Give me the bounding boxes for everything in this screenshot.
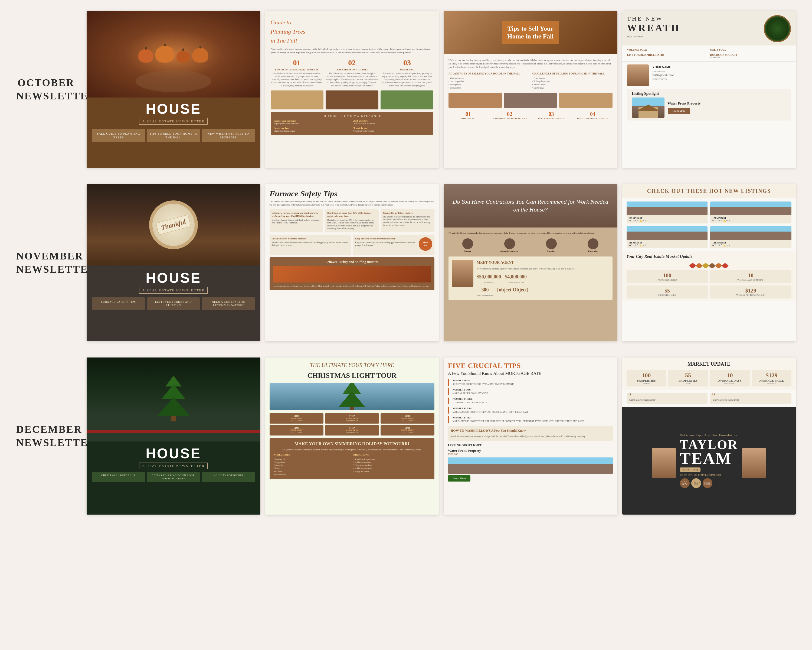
meet-agent-text: MEET YOUR AGENT We're something outstand… [477,260,609,297]
listings-grid: 123 MAIN ST 🛏 3 🚿 2 📐 sq ft [622,198,796,251]
oct-step-2: 02 Less Stress on the Tree The fall can … [326,58,378,87]
review-1: " WRITE A NICE REVIEW HERE [627,393,708,404]
listing-img-4 [710,226,791,240]
simmering-desc: For your slow cooker on the stove and th… [273,448,432,451]
oct-sell-steps: 01 Move quickly 02 Photograph the proper… [449,111,612,119]
market-stat-3: 55 PROPERTIES SOLD [627,286,708,298]
turkey-recipe: Leftover Turkey and Stuffing Burritos He… [270,257,435,290]
nov-link-1[interactable]: FURNACE SAFETY TIPS [92,297,145,310]
furnace-tip-2: Don't close off more than 30% of the fur… [325,210,379,232]
furnace-tip-5: safety first Keep the area around your f… [353,235,434,255]
tour-stop-1: STOP NAME HERE 1234 MAIN ST [270,413,324,424]
dec-cover-image [87,358,260,442]
mortgage-tip-3: NUMBER THREE: TO LOWER YOUR INTEREST RAT… [448,398,613,404]
red-ribbon [87,430,260,433]
maintenance-grid: Examine your foundation Inspect your hom… [274,120,430,133]
nov-cover-links: FURNACE SAFETY TIPS LEFTOVER TURKEY AND … [92,297,255,310]
listing-3: 123 MAIN ST 🛏 3 🚿 2 📐 sq ft [627,226,708,248]
dec-house-title: HOUSE [92,445,255,462]
tour-stop-2: STOP NAME HERE 1234 MAIN ST [325,413,379,424]
dec-link-3[interactable]: HOLIDAY POTPOURRI [202,472,255,482]
pumpkin-4 [192,48,208,63]
dec-link-1[interactable]: CHRISTMAS LIGHT TOUR [92,472,145,482]
oct-cover: HOUSE A REAL ESTATE NEWSLETTER FALL GUID… [87,11,260,168]
dec-market-card: MARKET UPDATE 100 PROPERTIES LISTED 55 P… [622,358,796,515]
taylor-contact-info: 555-555-5555 | YOUREMAIL@EMAIL.COM [680,473,738,477]
market-stats-grid: 100 PROPERTIES LISTED 10 AVERAGE DAYS ON… [627,270,792,298]
taylor-badge-2: $1 MILLION SOLD [691,478,701,488]
sell-thumb-3 [559,93,612,108]
property-image [632,98,664,118]
wreath-stats: VOLUME SOLD UNITS SOLD LIST TO SOLD PRIC… [622,46,796,62]
oct-link-3[interactable]: NEW WREATH STYLES TO RECREATE [201,129,255,142]
furnace-tip-3: Change the air filter regularly. The air… [381,210,434,232]
sell-thumb-1 [449,93,502,108]
market-update-section: Your City Real Estate Market Update 100 [622,251,796,301]
agent-stat-volume: $50,000,000 volume sold [477,273,501,284]
main-container: OCTOBER NEWSLETTER HO [0,0,812,525]
contractor-body: We get asked this a lot. As real estate … [444,228,617,304]
taylor-name-line1: TAYLOR [680,438,738,451]
agent-stats-row-2: 300 happy families helped [object Object… [477,286,609,297]
spotlight-property: Water Front Property Learn More [632,98,786,118]
mortgage-tip-5: NUMBER FIVE: MAKE LENDERS COMPETE FOR TH… [448,416,613,423]
oct-house-title: HOUSE [92,101,255,117]
taylor-team-tagline: Relationships Are Our Foundation [680,433,738,437]
wreath-mid: YOUR NAME 555-555-5555 EMAIL@EMAIL.COM W… [622,62,796,89]
safety-badge: safety first [419,237,432,251]
nov-cover-bottom: HOUSE A REAL ESTATE NEWSLETTER FURNACE S… [87,265,260,341]
oct-link-2[interactable]: TIPS TO SELL YOUR HOME IN THE FALL [147,129,200,142]
agent-stat-years: [object Object] [497,286,528,297]
oct-guide-steps: 01 Fewer Watering Requirements Usually i… [271,58,433,87]
sell-step-4: 04 Price your property to sell [573,111,612,119]
wreath-text: The New WREATH Styles to Recreate [627,15,760,38]
open-quote-1: " [628,392,632,400]
tour-stop-4: STOP NAME HERE 1234 MAIN ST [270,425,324,436]
general-contractor-icon [504,238,515,249]
listing-info-2: 123 MAIN ST 🛏 3 🚿 2 📐 sq ft [710,215,791,223]
listing-info-1: 123 MAIN ST 🛏 3 🚿 2 📐 sq ft [627,215,708,223]
learn-more-button[interactable]: Learn More [668,108,690,114]
october-row: OCTOBER NEWSLETTER HO [16,11,796,168]
agent-stats-row: $50,000,000 volume sold $4,000,000 volum… [477,273,609,284]
pumpkin-3 [177,50,190,63]
dec-link-2[interactable]: 5 WAYS TO BRING DOWN YOUR MORTGAGE RATE [147,472,200,482]
oct-guide-images [271,90,433,109]
oct-step-3: 03 Warm Soil The warm soil makes it easi… [381,58,433,87]
wreath-header: The New WREATH Styles to Recreate [622,11,796,46]
contractor-plumber: Plumber [532,238,571,253]
painter-icon [462,238,473,249]
dec-stat-2: 55 PROPERTIES SOLD [668,370,708,387]
december-pages: HOUSE A REAL ESTATE NEWSLETTER CHRISTMAS… [87,358,796,515]
furnace-intro: This time of year again - the holidays a… [270,200,435,206]
oct-cover-links: FALL GUIDE TO PLANTING TREES TIPS TO SEL… [92,129,255,142]
nov-cover-image: Thankful [87,184,260,265]
november-label: NOVEMBER NEWSLETTER [16,249,76,276]
market-stat-4: $129 AVERAGE NET PRICE PER SQFT [710,286,791,298]
listing-info-4: 123 MAIN ST 🛏 3 🚿 2 📐 sq ft [710,240,791,248]
nov-contractor: Do You Have Contractors You Can Recommen… [444,184,617,341]
taylor-badges: #1 REAL ESTATE TEAM $1 MILLION SOLD 3X F… [680,478,738,488]
dec-learn-more-button[interactable]: Learn More [448,475,470,482]
wreath-image [764,15,791,42]
tree-level-3 [157,397,190,416]
review-section: " WRITE A NICE REVIEW HERE " WRITE A NIC… [622,390,796,407]
nov-cover-card: Thankful HOUSE A REAL ESTATE NEWSLETTER … [87,184,260,341]
furnace-title: Furnace Safety Tips [270,189,435,198]
nov-link-3[interactable]: NEED A CONTRACTOR RECOMMENDATION? [202,297,255,310]
taylor-agent-1-image [652,448,676,478]
lighttour-tree-scene [338,383,365,410]
oct-link-1[interactable]: FALL GUIDE TO PLANTING TREES [92,129,145,142]
pillow-wash-box: HOW TO WASH PILLOWS A Few You Should Kno… [448,426,613,440]
lighttour-image [270,383,435,410]
stat-volume: VOLUME SOLD [627,48,708,51]
listing-1: 123 MAIN ST 🛏 3 🚿 2 📐 sq ft [627,202,708,223]
autumn-leaves [627,261,792,270]
dec-stat-1: 100 PROPERTIES LISTED [627,370,666,387]
oct-cover-card: HOUSE A REAL ESTATE NEWSLETTER FALL GUID… [87,11,260,168]
pumpkin-1 [138,49,153,63]
oct-sell-advantages: Advantages of selling your house in the … [449,72,529,90]
december-row: DECEMBER NEWSLETTER H [16,358,796,515]
listing-info-3: 123 MAIN ST 🛏 3 🚿 2 📐 sq ft [627,240,708,248]
nov-link-2[interactable]: LEFTOVER TURKEY AND STUFFING [147,297,200,310]
